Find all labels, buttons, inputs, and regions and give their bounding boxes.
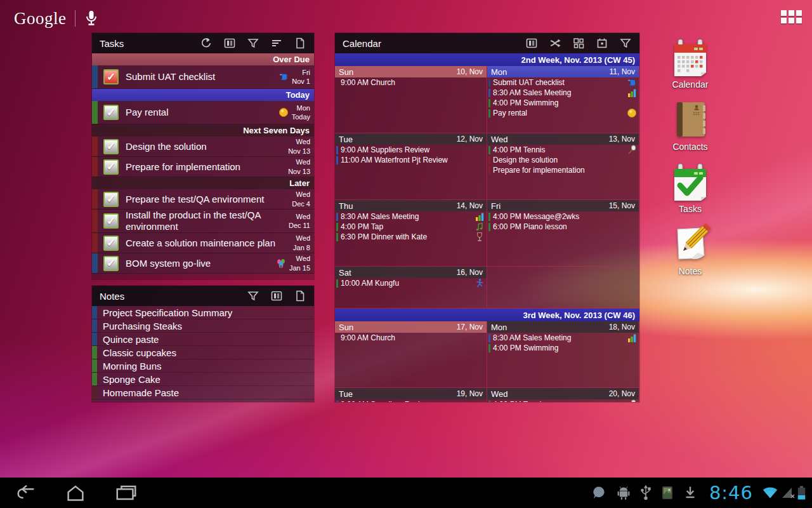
tasks-widget-title: Tasks: [92, 38, 200, 49]
refresh-icon[interactable]: [200, 37, 213, 50]
microphone-icon[interactable]: [75, 10, 107, 27]
calendar-day-header: Wed13, Nov: [487, 133, 639, 145]
calendar-event[interactable]: 4:00 PM Message@2wks: [487, 211, 639, 222]
layout-columns-icon[interactable]: [525, 37, 538, 50]
task-checkbox[interactable]: ✓: [103, 69, 119, 84]
filter-icon[interactable]: [247, 37, 259, 50]
calendar-day-cell[interactable]: Sun17, Nov9:00 AM Church: [335, 321, 487, 388]
task-row[interactable]: ✓Install the product in the test/QA envi…: [92, 210, 314, 233]
event-text: 4:00 PM Swimming: [493, 98, 637, 107]
note-row[interactable]: Quince paste: [92, 333, 314, 346]
task-due-date: WedNov 13: [288, 157, 310, 176]
task-title: Prepare the test/QA environment: [126, 194, 292, 205]
shortcut-label: Calendar: [672, 79, 709, 90]
note-row[interactable]: Sponge Cake: [92, 373, 314, 386]
task-row[interactable]: ✓Prepare for implementationWedNov 13: [92, 157, 314, 177]
task-row[interactable]: ✓Prepare the test/QA environmentWedDec 4: [92, 189, 314, 210]
day-name: Tue: [339, 389, 353, 399]
calendar-event[interactable]: 9:00 AM Suppliers Review: [335, 399, 487, 402]
calendar-day-header: Mon11, Nov: [487, 66, 639, 77]
calendar-event[interactable]: Design the solution: [487, 155, 639, 165]
event-color-bar: [488, 166, 490, 175]
new-item-icon[interactable]: [294, 37, 306, 50]
calendar-event[interactable]: Pay rental: [487, 108, 639, 118]
task-title: Install the product in the test/QA envir…: [126, 210, 289, 232]
google-logo[interactable]: Google: [10, 9, 75, 29]
task-row[interactable]: ✓BOM system go-liveWedJan 15: [92, 253, 314, 274]
task-row[interactable]: ✓Submit UAT checklistFriNov 1: [92, 65, 314, 89]
recent-apps-button[interactable]: [112, 482, 141, 504]
filter-icon[interactable]: [619, 37, 632, 50]
calendar-day-cell[interactable]: Tue12, Nov9:00 AM Suppliers Review11:00 …: [335, 133, 487, 200]
task-row[interactable]: ✓Create a solution maintenance planWedJa…: [92, 233, 314, 253]
tennis-icon: [627, 145, 637, 155]
calendar-day-cell[interactable]: Sat16, Nov10:00 AM Kungfu: [335, 267, 487, 309]
back-button[interactable]: [11, 482, 41, 504]
calendar-event[interactable]: Prepare for implementation: [487, 165, 639, 175]
task-checkbox[interactable]: ✓: [103, 192, 119, 207]
note-row[interactable]: Classic cupcakes: [92, 346, 314, 359]
calendar-event[interactable]: 4:00 PM Tennis: [487, 399, 639, 402]
calendar-day-cell[interactable]: Thu14, Nov8:30 AM Sales Meeting4:00 PM T…: [335, 200, 487, 267]
note-row[interactable]: Purchasing Steaks: [92, 319, 314, 333]
calendar-event[interactable]: 6:30 PM Dinner with Kate: [335, 232, 487, 242]
layout-columns-icon[interactable]: [270, 290, 283, 302]
goto-today-icon[interactable]: [596, 37, 608, 50]
new-item-icon[interactable]: [294, 290, 306, 302]
calendar-day-cell[interactable]: Mon18, Nov8:30 AM Sales Meeting4:00 PM S…: [487, 321, 639, 388]
shortcut-calendar[interactable]: Calendar: [660, 37, 721, 90]
task-due-date: WedJan 8: [293, 234, 310, 252]
task-checkbox[interactable]: ✓: [103, 256, 119, 271]
note-row[interactable]: Morning Buns: [92, 359, 314, 373]
calendar-event[interactable]: 9:00 AM Church: [335, 77, 487, 88]
calendar-day-cell[interactable]: Mon11, NovSubmit UAT checklist8:30 AM Sa…: [487, 66, 639, 133]
calendar-empty-cell[interactable]: [487, 267, 639, 309]
task-checkbox[interactable]: ✓: [103, 236, 119, 251]
shortcut-contacts[interactable]: Contacts: [660, 99, 721, 152]
view-grid-icon[interactable]: [572, 37, 585, 50]
home-button[interactable]: [61, 482, 90, 504]
calendar-day-cell[interactable]: Fri15, Nov4:00 PM Message@2wks6:00 PM Pi…: [487, 200, 639, 267]
shuffle-icon[interactable]: [549, 37, 561, 50]
task-meta: WedJan 8: [293, 234, 314, 252]
calendar-day-cell[interactable]: Wed20, Nov4:00 PM Tennis: [487, 388, 639, 402]
note-row[interactable]: Project Specification Summary: [92, 306, 314, 319]
calendar-day-cell[interactable]: Sun10, Nov9:00 AM Church: [335, 66, 487, 133]
task-checkbox[interactable]: ✓: [103, 159, 119, 175]
calendar-event[interactable]: 9:00 AM Suppliers Review: [335, 145, 487, 155]
task-meta: WedDec 11: [289, 212, 314, 231]
calendar-event[interactable]: 8:30 AM Sales Meeting: [487, 88, 639, 98]
note-row[interactable]: Homemade Paste: [92, 386, 314, 399]
calendar-event[interactable]: 8:30 AM Sales Meeting: [335, 211, 487, 222]
calendar-event[interactable]: 4:00 PM Swimming: [487, 98, 639, 108]
layout-columns-icon[interactable]: [223, 37, 236, 50]
shortcut-notes[interactable]: Notes: [660, 224, 721, 276]
coin-icon: [627, 108, 637, 118]
task-row[interactable]: ✓Pay rentalMonToday: [92, 101, 314, 124]
calendar-grid: 2nd Week, Nov. 2013 (CW 45)Sun10, Nov9:0…: [335, 53, 639, 402]
calendar-event[interactable]: Submit UAT checklist: [487, 77, 639, 88]
status-bar[interactable]: 8:46: [591, 478, 806, 508]
task-checkbox[interactable]: ✓: [103, 213, 119, 229]
calendar-event[interactable]: 6:00 PM Piano lesson: [487, 222, 639, 232]
coin-icon: [278, 107, 289, 117]
note-row[interactable]: Bookbinder's Paste: [92, 399, 314, 402]
task-checkbox[interactable]: ✓: [103, 139, 119, 154]
calendar-event[interactable]: 9:00 AM Church: [335, 333, 487, 343]
calendar-event[interactable]: 8:30 AM Sales Meeting: [487, 333, 639, 343]
filter-icon[interactable]: [247, 290, 259, 302]
task-checkbox[interactable]: ✓: [103, 105, 119, 120]
task-color-bar: [92, 210, 98, 232]
shortcut-tasks[interactable]: Tasks: [660, 161, 721, 214]
calendar-event[interactable]: 10:00 AM Kungfu: [335, 278, 487, 288]
calendar-event[interactable]: 4:00 PM Swimming: [487, 343, 639, 353]
calendar-event[interactable]: 4:00 PM Tennis: [487, 145, 639, 155]
calendar-day-cell[interactable]: Tue19, Nov9:00 AM Suppliers Review: [335, 388, 487, 402]
sort-icon[interactable]: [270, 37, 283, 50]
calendar-day-cell[interactable]: Wed13, Nov4:00 PM TennisDesign the solut…: [487, 133, 639, 200]
google-search-widget[interactable]: Google: [10, 6, 107, 30]
calendar-event[interactable]: 11:00 AM Waterfront Pjt Review: [335, 155, 487, 165]
all-apps-button[interactable]: [781, 10, 802, 23]
task-row[interactable]: ✓Design the solutionWedNov 13: [92, 137, 314, 157]
calendar-event[interactable]: 4:00 PM Tap: [335, 222, 487, 232]
